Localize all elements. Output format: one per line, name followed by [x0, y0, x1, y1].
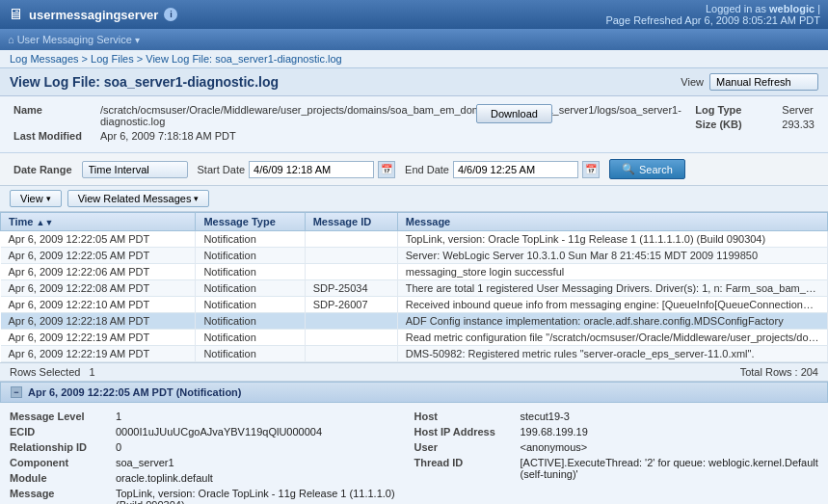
table-row[interactable]: Apr 6, 2009 12:22:05 AM PDT Notification… — [1, 248, 828, 264]
view-related-messages-button[interactable]: View Related Messages ▾ — [67, 190, 210, 207]
table-row[interactable]: Apr 6, 2009 12:22:10 AM PDT Notification… — [1, 297, 828, 313]
module-label: Module — [10, 472, 116, 484]
header-right: Logged in as weblogic | Page Refreshed A… — [605, 3, 820, 26]
page-title-bar: View Log File: soa_server1-diagnostic.lo… — [0, 68, 828, 96]
log-type-value: Server — [782, 104, 813, 116]
table-row[interactable]: Apr 6, 2009 12:22:08 AM PDT Notification… — [1, 280, 828, 297]
detail-grid: Message Level 1 ECID 0000I1uJUuUCgoAJvaY… — [0, 403, 828, 504]
table-row[interactable]: Apr 6, 2009 12:22:19 AM PDT Notification… — [1, 330, 828, 346]
cell-message: There are total 1 registered User Messag… — [397, 280, 827, 297]
col-time[interactable]: Time ▲▼ — [1, 213, 196, 231]
detail-header-text: Apr 6, 2009 12:22:05 AM PDT (Notificatio… — [28, 386, 241, 398]
ecid-row: ECID 0000I1uJUuUCgoAJvaYBV119qQlU000004 — [10, 424, 414, 439]
view-control: View Manual Refresh Auto Refresh 20s Aut… — [681, 73, 818, 91]
table-row[interactable]: Apr 6, 2009 12:22:05 AM PDT Notification… — [1, 231, 828, 248]
log-table: Time ▲▼ Message Type Message ID Message … — [0, 212, 828, 362]
table-row[interactable]: Apr 6, 2009 12:22:18 AM PDT Notification… — [1, 313, 828, 330]
message-level-label: Message Level — [10, 411, 116, 422]
host-ip-value: 199.68.199.19 — [521, 426, 588, 438]
page-title: View Log File: soa_server1-diagnostic.lo… — [10, 74, 279, 90]
cell-id: SDP-25034 — [305, 280, 397, 297]
component-label: Component — [10, 457, 116, 468]
cell-type: Notification — [196, 346, 305, 362]
breadcrumb-log-files[interactable]: Log Files — [91, 53, 134, 65]
view-dropdown[interactable]: Manual Refresh Auto Refresh 20s Auto Ref… — [709, 73, 818, 91]
end-date-input[interactable] — [453, 161, 578, 178]
size-label: Size (KB) — [695, 119, 782, 130]
log-table-container: Time ▲▼ Message Type Message ID Message … — [0, 212, 828, 363]
chevron-down-icon: ▾ — [135, 35, 140, 45]
download-button[interactable]: Download — [476, 104, 552, 123]
message-label: Message — [10, 488, 116, 499]
app-title: usermessagingserver — [29, 8, 158, 22]
log-type-row: Log Type Server — [695, 104, 815, 116]
detail-header: − Apr 6, 2009 12:22:05 AM PDT (Notificat… — [0, 382, 828, 403]
table-row[interactable]: Apr 6, 2009 12:22:19 AM PDT Notification… — [1, 346, 828, 362]
message-level-row: Message Level 1 — [10, 409, 414, 424]
sub-nav-home[interactable]: ⌂ User Messaging Service ▾ — [8, 34, 140, 45]
cell-time: Apr 6, 2009 12:22:06 AM PDT — [1, 264, 196, 280]
search-button[interactable]: 🔍 Search — [609, 159, 685, 179]
cell-message: TopLink, version: Oracle TopLink - 11g R… — [397, 231, 827, 248]
view-button[interactable]: View ▾ — [10, 190, 62, 207]
ecid-label: ECID — [10, 426, 116, 438]
start-date-group: Start Date 📅 — [198, 161, 396, 178]
end-date-group: End Date 📅 — [405, 161, 600, 178]
host-label: Host — [414, 411, 521, 422]
cell-id — [305, 264, 397, 280]
cell-message: Received inbound queue info from messagi… — [397, 297, 827, 313]
total-rows: Total Rows : 204 — [740, 366, 818, 378]
info-icon[interactable]: i — [164, 8, 177, 21]
table-row[interactable]: Apr 6, 2009 12:22:06 AM PDT Notification… — [1, 264, 828, 280]
collapse-icon[interactable]: − — [11, 386, 22, 398]
date-range-dropdown[interactable]: Time Interval Last 3 Hours Last 6 Hours … — [82, 161, 188, 178]
thread-id-value: [ACTIVE].ExecuteThread: '2' for queue: w… — [521, 457, 819, 480]
size-row: Size (KB) 293.33 — [695, 119, 815, 130]
thread-id-label: Thread ID — [414, 457, 521, 468]
cell-time: Apr 6, 2009 12:22:05 AM PDT — [1, 231, 196, 248]
cell-message: Read metric configuration file "/scratch… — [397, 330, 827, 346]
cell-type: Notification — [196, 264, 305, 280]
cell-time: Apr 6, 2009 12:22:18 AM PDT — [1, 313, 196, 330]
end-date-label: End Date — [405, 164, 449, 175]
start-date-calendar-icon[interactable]: 📅 — [378, 161, 395, 178]
cell-type: Notification — [196, 330, 305, 346]
end-date-calendar-icon[interactable]: 📅 — [582, 161, 600, 178]
cell-id — [305, 231, 397, 248]
relationship-id-value: 0 — [116, 441, 121, 453]
home-icon: ⌂ — [8, 34, 14, 45]
host-ip-label: Host IP Address — [414, 426, 521, 438]
view-dropdown-arrow: ▾ — [46, 194, 51, 203]
cell-message: ADF Config instance implementation: orac… — [397, 313, 827, 330]
cell-id — [305, 330, 397, 346]
file-info: Name /scratch/ocmsuser/Oracle/Middleware… — [0, 96, 828, 153]
cell-message: Server: WebLogic Server 10.3.1.0 Sun Mar… — [397, 248, 827, 264]
view-related-dropdown-arrow: ▾ — [194, 194, 199, 203]
ecid-value: 0000I1uJUuUCgoAJvaYBV119qQlU000004 — [116, 426, 322, 438]
breadcrumb-log-messages[interactable]: Log Messages — [10, 53, 79, 65]
cell-id — [305, 313, 397, 330]
message-row: Message TopLink, version: Oracle TopLink… — [10, 486, 414, 504]
col-message-type[interactable]: Message Type — [196, 213, 305, 231]
cell-type: Notification — [196, 313, 305, 330]
cell-type: Notification — [196, 297, 305, 313]
file-modified-row: Last Modified Apr 6, 2009 7:18:18 AM PDT — [13, 130, 676, 142]
file-info-right: Log Type Server Size (KB) 293.33 — [695, 104, 815, 133]
table-body: Apr 6, 2009 12:22:05 AM PDT Notification… — [1, 231, 828, 362]
file-name-value: /scratch/ocmsuser/Oracle/Middleware/user… — [100, 104, 467, 127]
sub-nav: ⌂ User Messaging Service ▾ — [0, 29, 828, 50]
user-row: User <anonymous> — [414, 439, 819, 455]
cell-id — [305, 248, 397, 264]
cell-type: Notification — [196, 231, 305, 248]
cell-message: DMS-50982: Registered metric rules "serv… — [397, 346, 827, 362]
col-message-id[interactable]: Message ID — [305, 213, 397, 231]
app-icon: 🖥 — [8, 6, 23, 23]
breadcrumb-current: View Log File: soa_server1-diagnostic.lo… — [146, 53, 341, 65]
col-message[interactable]: Message — [397, 213, 827, 231]
start-date-label: Start Date — [198, 164, 246, 175]
cell-time: Apr 6, 2009 12:22:19 AM PDT — [1, 346, 196, 362]
last-modified-value: Apr 6, 2009 7:18:18 AM PDT — [100, 130, 236, 142]
thread-id-row: Thread ID [ACTIVE].ExecuteThread: '2' fo… — [414, 455, 819, 482]
start-date-input[interactable] — [249, 161, 374, 178]
cell-time: Apr 6, 2009 12:22:10 AM PDT — [1, 297, 196, 313]
